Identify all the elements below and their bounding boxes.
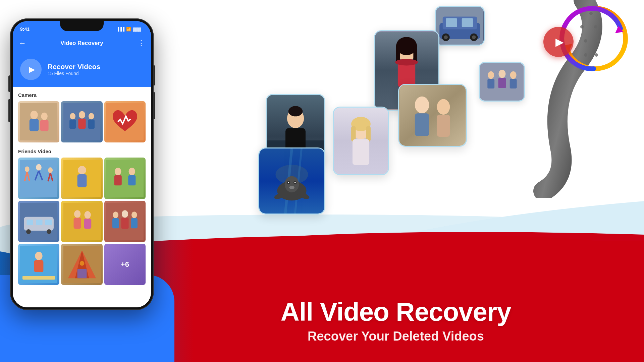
svg-rect-94: [510, 79, 517, 88]
svg-point-119: [288, 182, 289, 183]
section-camera: Camera: [18, 92, 146, 142]
svg-point-78: [444, 35, 448, 39]
recover-subtitle: 15 Files Found: [48, 71, 100, 76]
thumb-bus[interactable]: [18, 201, 59, 242]
svg-rect-9: [78, 119, 86, 129]
phone-wrapper: 9:41 ▐▐▐ 📶 ▓▓▓▏ ← Video Recovery ⋮ ▶: [10, 18, 154, 310]
status-icons: ▐▐▐ 📶 ▓▓▓▏: [117, 24, 144, 32]
svg-point-58: [79, 261, 84, 266]
app-title: All Video Recovery: [168, 298, 624, 326]
thumb-couple[interactable]: [18, 101, 59, 142]
svg-point-17: [36, 164, 42, 170]
svg-point-91: [499, 70, 506, 78]
svg-rect-26: [106, 160, 144, 197]
svg-rect-42: [84, 219, 91, 229]
friends-grid: +6: [18, 158, 146, 285]
back-icon[interactable]: ←: [19, 39, 26, 48]
svg-rect-85: [413, 44, 417, 62]
play-icon-circle: ▶: [20, 59, 42, 80]
svg-point-24: [78, 166, 86, 174]
svg-rect-108: [415, 113, 429, 136]
recover-card[interactable]: ▶ Recover Videos 15 Files Found: [13, 52, 151, 87]
thumb-women[interactable]: [61, 201, 102, 242]
svg-point-48: [131, 212, 137, 218]
svg-rect-105: [353, 139, 369, 165]
svg-point-93: [510, 71, 517, 79]
svg-rect-57: [77, 269, 87, 279]
svg-point-98: [288, 106, 303, 116]
svg-point-36: [26, 229, 31, 234]
svg-rect-11: [88, 120, 94, 129]
svg-rect-38: [63, 203, 101, 240]
svg-rect-34: [36, 220, 42, 225]
svg-rect-49: [131, 218, 137, 229]
svg-rect-33: [27, 220, 33, 225]
svg-point-121: [289, 186, 294, 189]
floating-photo-city: [479, 62, 525, 102]
phone-screen: 9:41 ▐▐▐ 📶 ▓▓▓▏ ← Video Recovery ⋮ ▶: [13, 21, 151, 307]
svg-point-116: [285, 176, 299, 192]
phone-frame: 9:41 ▐▐▐ 📶 ▓▓▓▏ ← Video Recovery ⋮ ▶: [10, 18, 154, 310]
floating-photo-car: [435, 6, 485, 46]
svg-point-3: [41, 113, 48, 120]
svg-rect-106: [399, 85, 466, 146]
thumb-jump[interactable]: [18, 158, 59, 199]
svg-rect-4: [40, 120, 49, 131]
app-bar: ← Video Recovery ⋮: [13, 35, 151, 52]
svg-rect-92: [498, 78, 506, 88]
svg-rect-45: [112, 218, 119, 229]
play-icon-large: ▶: [555, 36, 564, 48]
app-bar-title: Video Recovery: [30, 40, 133, 47]
section-title-camera: Camera: [18, 92, 146, 98]
svg-point-10: [88, 113, 94, 119]
menu-icon[interactable]: ⋮: [138, 39, 145, 48]
section-friends: Friends Video: [18, 148, 146, 285]
svg-point-14: [25, 166, 30, 172]
svg-point-109: [437, 99, 450, 115]
svg-rect-2: [30, 119, 39, 131]
floating-photo-couple2: [398, 84, 467, 147]
svg-rect-74: [446, 18, 457, 27]
scroll-content[interactable]: Camera: [13, 87, 151, 307]
recover-title: Recover Videos: [48, 63, 100, 71]
svg-rect-47: [121, 218, 128, 229]
svg-point-51: [35, 252, 43, 260]
svg-point-27: [115, 168, 121, 175]
svg-rect-30: [128, 175, 136, 185]
svg-point-107: [415, 97, 429, 113]
signal-icon: ▐▐▐: [117, 27, 124, 31]
thumb-friends1[interactable]: [61, 101, 102, 142]
thumb-plus6[interactable]: +6: [104, 244, 146, 285]
thumb-camp[interactable]: [61, 244, 102, 285]
plus6-label: +6: [121, 260, 129, 269]
svg-point-8: [78, 111, 85, 119]
thumb-group2[interactable]: [104, 158, 146, 199]
svg-rect-52: [34, 260, 44, 272]
svg-rect-40: [73, 218, 81, 229]
play-icon: ▶: [29, 65, 35, 74]
thumb-heart[interactable]: [104, 101, 146, 142]
svg-rect-90: [487, 79, 494, 88]
app-subtitle: Recover Your Deleted Videos: [168, 329, 624, 344]
camera-grid: [18, 101, 146, 142]
section-title-friends: Friends Video: [18, 148, 146, 154]
svg-point-1: [31, 111, 38, 119]
svg-point-120: [294, 182, 296, 183]
svg-rect-110: [437, 115, 450, 137]
recover-text: Recover Videos 15 Files Found: [48, 63, 100, 76]
play-button-circle: ▶: [543, 27, 574, 57]
svg-point-41: [84, 211, 91, 219]
svg-point-39: [74, 210, 80, 218]
svg-point-37: [47, 229, 51, 234]
thumb-beach[interactable]: [18, 244, 59, 285]
phone-notch: [60, 21, 104, 31]
svg-rect-84: [396, 44, 400, 62]
svg-point-79: [472, 35, 476, 39]
floating-photo-woman2: [333, 107, 389, 175]
thumb-group1[interactable]: [61, 158, 102, 199]
svg-rect-7: [69, 120, 76, 129]
svg-point-20: [48, 167, 53, 173]
svg-rect-75: [462, 18, 473, 27]
thumb-group3[interactable]: [104, 201, 146, 242]
bottom-text-area: All Video Recovery Recover Your Deleted …: [168, 298, 624, 344]
